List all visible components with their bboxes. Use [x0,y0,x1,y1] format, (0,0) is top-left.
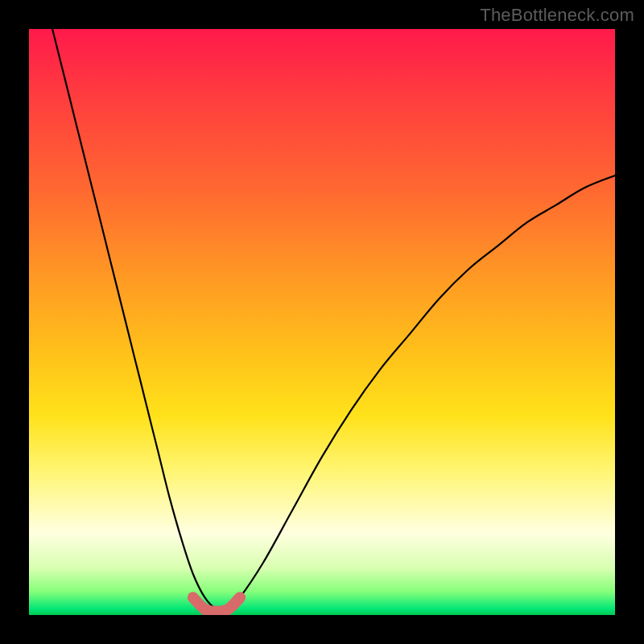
bottleneck-curve-path [52,29,615,611]
curve-layer [29,29,615,615]
chart-frame: TheBottleneck.com [0,0,644,644]
min-highlight-path [193,597,240,611]
watermark-text: TheBottleneck.com [480,5,634,26]
plot-area [29,29,615,615]
